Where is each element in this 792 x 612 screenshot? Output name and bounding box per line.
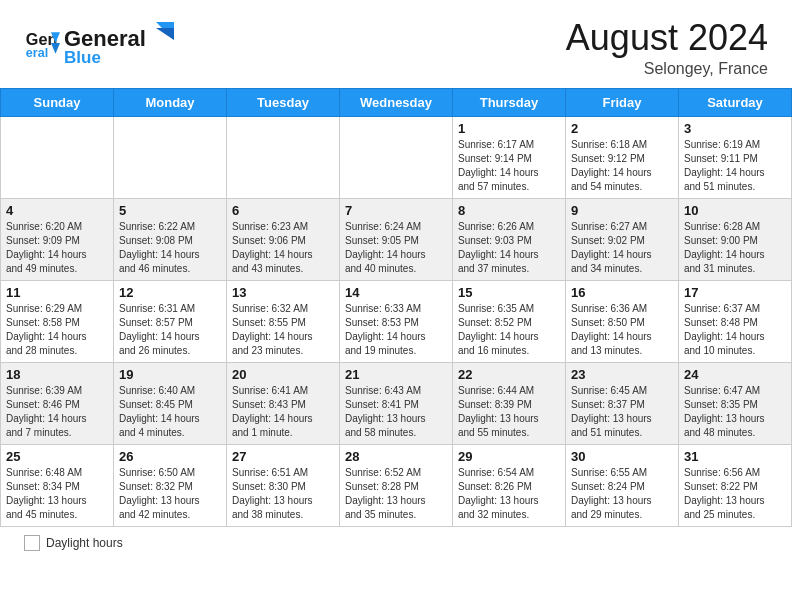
page-header: Gen eral General Blue August 2024 Selong… xyxy=(0,0,792,88)
day-number: 31 xyxy=(684,449,786,464)
calendar-table: SundayMondayTuesdayWednesdayThursdayFrid… xyxy=(0,88,792,527)
svg-marker-5 xyxy=(156,28,174,40)
calendar-cell: 15Sunrise: 6:35 AM Sunset: 8:52 PM Dayli… xyxy=(453,280,566,362)
calendar-cell: 10Sunrise: 6:28 AM Sunset: 9:00 PM Dayli… xyxy=(679,198,792,280)
calendar-cell: 6Sunrise: 6:23 AM Sunset: 9:06 PM Daylig… xyxy=(227,198,340,280)
day-number: 16 xyxy=(571,285,673,300)
day-number: 25 xyxy=(6,449,108,464)
calendar-week-row: 1Sunrise: 6:17 AM Sunset: 9:14 PM Daylig… xyxy=(1,116,792,198)
day-number: 28 xyxy=(345,449,447,464)
day-info: Sunrise: 6:36 AM Sunset: 8:50 PM Dayligh… xyxy=(571,302,673,358)
calendar-cell: 26Sunrise: 6:50 AM Sunset: 8:32 PM Dayli… xyxy=(114,444,227,526)
calendar-cell: 2Sunrise: 6:18 AM Sunset: 9:12 PM Daylig… xyxy=(566,116,679,198)
day-info: Sunrise: 6:41 AM Sunset: 8:43 PM Dayligh… xyxy=(232,384,334,440)
calendar-cell: 4Sunrise: 6:20 AM Sunset: 9:09 PM Daylig… xyxy=(1,198,114,280)
day-info: Sunrise: 6:43 AM Sunset: 8:41 PM Dayligh… xyxy=(345,384,447,440)
weekday-header-friday: Friday xyxy=(566,88,679,116)
legend-box xyxy=(24,535,40,551)
calendar-cell: 3Sunrise: 6:19 AM Sunset: 9:11 PM Daylig… xyxy=(679,116,792,198)
title-block: August 2024 Selongey, France xyxy=(566,18,768,78)
calendar-cell xyxy=(227,116,340,198)
day-number: 8 xyxy=(458,203,560,218)
day-info: Sunrise: 6:28 AM Sunset: 9:00 PM Dayligh… xyxy=(684,220,786,276)
day-info: Sunrise: 6:54 AM Sunset: 8:26 PM Dayligh… xyxy=(458,466,560,522)
day-number: 5 xyxy=(119,203,221,218)
day-info: Sunrise: 6:31 AM Sunset: 8:57 PM Dayligh… xyxy=(119,302,221,358)
day-number: 18 xyxy=(6,367,108,382)
day-info: Sunrise: 6:24 AM Sunset: 9:05 PM Dayligh… xyxy=(345,220,447,276)
calendar-cell: 12Sunrise: 6:31 AM Sunset: 8:57 PM Dayli… xyxy=(114,280,227,362)
day-info: Sunrise: 6:55 AM Sunset: 8:24 PM Dayligh… xyxy=(571,466,673,522)
calendar-cell: 22Sunrise: 6:44 AM Sunset: 8:39 PM Dayli… xyxy=(453,362,566,444)
calendar-cell: 13Sunrise: 6:32 AM Sunset: 8:55 PM Dayli… xyxy=(227,280,340,362)
calendar-cell: 25Sunrise: 6:48 AM Sunset: 8:34 PM Dayli… xyxy=(1,444,114,526)
calendar-cell: 24Sunrise: 6:47 AM Sunset: 8:35 PM Dayli… xyxy=(679,362,792,444)
day-number: 9 xyxy=(571,203,673,218)
day-number: 7 xyxy=(345,203,447,218)
calendar-cell: 20Sunrise: 6:41 AM Sunset: 8:43 PM Dayli… xyxy=(227,362,340,444)
day-info: Sunrise: 6:26 AM Sunset: 9:03 PM Dayligh… xyxy=(458,220,560,276)
day-number: 23 xyxy=(571,367,673,382)
day-number: 14 xyxy=(345,285,447,300)
day-info: Sunrise: 6:40 AM Sunset: 8:45 PM Dayligh… xyxy=(119,384,221,440)
location: Selongey, France xyxy=(566,60,768,78)
calendar-cell: 16Sunrise: 6:36 AM Sunset: 8:50 PM Dayli… xyxy=(566,280,679,362)
day-number: 24 xyxy=(684,367,786,382)
day-info: Sunrise: 6:51 AM Sunset: 8:30 PM Dayligh… xyxy=(232,466,334,522)
svg-text:eral: eral xyxy=(26,46,48,60)
legend-label: Daylight hours xyxy=(46,536,123,550)
logo: Gen eral General Blue xyxy=(24,18,178,68)
day-info: Sunrise: 6:52 AM Sunset: 8:28 PM Dayligh… xyxy=(345,466,447,522)
day-info: Sunrise: 6:27 AM Sunset: 9:02 PM Dayligh… xyxy=(571,220,673,276)
calendar-cell: 17Sunrise: 6:37 AM Sunset: 8:48 PM Dayli… xyxy=(679,280,792,362)
day-info: Sunrise: 6:44 AM Sunset: 8:39 PM Dayligh… xyxy=(458,384,560,440)
weekday-header-saturday: Saturday xyxy=(679,88,792,116)
day-info: Sunrise: 6:45 AM Sunset: 8:37 PM Dayligh… xyxy=(571,384,673,440)
weekday-header-sunday: Sunday xyxy=(1,88,114,116)
calendar-cell: 31Sunrise: 6:56 AM Sunset: 8:22 PM Dayli… xyxy=(679,444,792,526)
day-number: 19 xyxy=(119,367,221,382)
day-info: Sunrise: 6:56 AM Sunset: 8:22 PM Dayligh… xyxy=(684,466,786,522)
day-info: Sunrise: 6:29 AM Sunset: 8:58 PM Dayligh… xyxy=(6,302,108,358)
day-info: Sunrise: 6:35 AM Sunset: 8:52 PM Dayligh… xyxy=(458,302,560,358)
calendar-cell: 23Sunrise: 6:45 AM Sunset: 8:37 PM Dayli… xyxy=(566,362,679,444)
calendar-cell: 27Sunrise: 6:51 AM Sunset: 8:30 PM Dayli… xyxy=(227,444,340,526)
weekday-header-tuesday: Tuesday xyxy=(227,88,340,116)
day-info: Sunrise: 6:50 AM Sunset: 8:32 PM Dayligh… xyxy=(119,466,221,522)
day-number: 12 xyxy=(119,285,221,300)
logo-icon: Gen eral xyxy=(24,25,60,61)
calendar-cell: 29Sunrise: 6:54 AM Sunset: 8:26 PM Dayli… xyxy=(453,444,566,526)
weekday-header-wednesday: Wednesday xyxy=(340,88,453,116)
day-number: 30 xyxy=(571,449,673,464)
day-info: Sunrise: 6:48 AM Sunset: 8:34 PM Dayligh… xyxy=(6,466,108,522)
calendar-cell: 1Sunrise: 6:17 AM Sunset: 9:14 PM Daylig… xyxy=(453,116,566,198)
calendar-week-row: 11Sunrise: 6:29 AM Sunset: 8:58 PM Dayli… xyxy=(1,280,792,362)
day-info: Sunrise: 6:18 AM Sunset: 9:12 PM Dayligh… xyxy=(571,138,673,194)
calendar-cell: 14Sunrise: 6:33 AM Sunset: 8:53 PM Dayli… xyxy=(340,280,453,362)
svg-marker-3 xyxy=(51,43,60,54)
weekday-header-monday: Monday xyxy=(114,88,227,116)
day-info: Sunrise: 6:17 AM Sunset: 9:14 PM Dayligh… xyxy=(458,138,560,194)
day-number: 29 xyxy=(458,449,560,464)
day-number: 4 xyxy=(6,203,108,218)
logo-triangle xyxy=(148,18,176,46)
day-info: Sunrise: 6:22 AM Sunset: 9:08 PM Dayligh… xyxy=(119,220,221,276)
day-number: 13 xyxy=(232,285,334,300)
calendar-cell: 8Sunrise: 6:26 AM Sunset: 9:03 PM Daylig… xyxy=(453,198,566,280)
day-number: 1 xyxy=(458,121,560,136)
day-info: Sunrise: 6:19 AM Sunset: 9:11 PM Dayligh… xyxy=(684,138,786,194)
day-number: 17 xyxy=(684,285,786,300)
day-info: Sunrise: 6:39 AM Sunset: 8:46 PM Dayligh… xyxy=(6,384,108,440)
day-number: 10 xyxy=(684,203,786,218)
day-number: 2 xyxy=(571,121,673,136)
calendar-week-row: 4Sunrise: 6:20 AM Sunset: 9:09 PM Daylig… xyxy=(1,198,792,280)
weekday-header-thursday: Thursday xyxy=(453,88,566,116)
day-number: 11 xyxy=(6,285,108,300)
calendar-week-row: 18Sunrise: 6:39 AM Sunset: 8:46 PM Dayli… xyxy=(1,362,792,444)
day-info: Sunrise: 6:33 AM Sunset: 8:53 PM Dayligh… xyxy=(345,302,447,358)
calendar-cell: 19Sunrise: 6:40 AM Sunset: 8:45 PM Dayli… xyxy=(114,362,227,444)
calendar-cell: 21Sunrise: 6:43 AM Sunset: 8:41 PM Dayli… xyxy=(340,362,453,444)
day-info: Sunrise: 6:32 AM Sunset: 8:55 PM Dayligh… xyxy=(232,302,334,358)
day-info: Sunrise: 6:23 AM Sunset: 9:06 PM Dayligh… xyxy=(232,220,334,276)
day-number: 15 xyxy=(458,285,560,300)
